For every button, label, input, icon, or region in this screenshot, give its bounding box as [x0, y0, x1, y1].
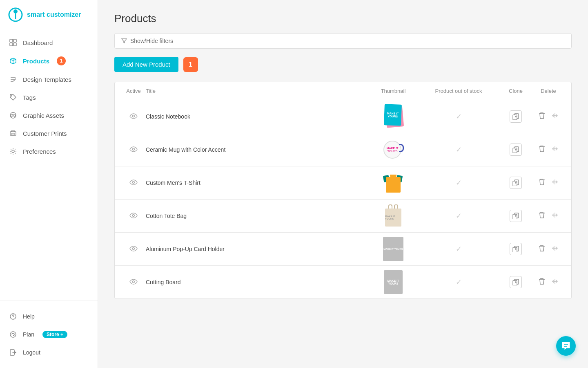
sidebar-item-help[interactable]: Help — [0, 307, 98, 325]
sidebar-item-label-graphic: Graphic Assets — [23, 112, 64, 119]
sidebar-item-preferences[interactable]: Preferences — [0, 142, 98, 160]
product-thumbnail — [381, 171, 405, 195]
delete-button[interactable] — [539, 278, 545, 287]
prints-icon — [9, 129, 17, 137]
clone-button[interactable] — [510, 110, 522, 123]
sidebar-item-graphic-assets[interactable]: Graphic Assets — [0, 106, 98, 124]
add-product-button[interactable]: Add New Product — [114, 57, 178, 72]
svg-rect-4 — [13, 39, 16, 42]
svg-rect-48 — [513, 280, 517, 285]
visibility-toggle[interactable] — [129, 146, 138, 154]
svg-rect-3 — [10, 39, 13, 42]
move-button[interactable] — [552, 112, 558, 121]
graphic-icon — [9, 111, 17, 119]
sidebar-item-customer-prints[interactable]: Customer Prints — [0, 124, 98, 142]
logo-text: smart customizer — [27, 11, 81, 18]
svg-rect-33 — [513, 181, 517, 186]
tags-icon — [9, 93, 17, 101]
product-thumbnail: MAKE IT YOURS — [381, 137, 405, 162]
sidebar-item-label-products: Products — [23, 58, 49, 65]
svg-rect-5 — [10, 43, 13, 46]
move-button[interactable] — [552, 245, 558, 253]
product-thumbnail: MAKE IT YOURS — [381, 270, 405, 294]
sidebar: smart customizer Dashboard — [0, 0, 98, 368]
svg-point-13 — [13, 114, 16, 117]
page-title: Products — [114, 12, 572, 25]
svg-point-36 — [133, 214, 135, 216]
sidebar-item-logout[interactable]: Logout — [0, 343, 98, 361]
svg-rect-43 — [513, 247, 517, 252]
help-icon — [9, 312, 17, 321]
product-thumbnail: MAKE IT YOURS — [381, 237, 405, 261]
table-row: Aluminum Pop-Up Card Holder MAKE IT YOUR… — [115, 233, 571, 266]
sidebar-item-design-templates[interactable]: Design Templates — [0, 70, 98, 88]
product-name: Cutting Board — [146, 279, 181, 285]
visibility-toggle[interactable] — [129, 245, 138, 254]
clone-button[interactable] — [510, 243, 522, 255]
svg-point-21 — [133, 115, 135, 117]
table-row: Custom Men's T-Shirt ✓ — [115, 166, 571, 200]
product-name: Aluminum Pop-Up Card Holder — [146, 246, 225, 252]
logo: smart customizer — [0, 0, 98, 29]
header-title: Title — [146, 88, 369, 94]
product-thumbnail: MAKE IT YOURS — [381, 104, 405, 129]
sidebar-item-dashboard[interactable]: Dashboard — [0, 34, 98, 52]
sidebar-item-plan[interactable]: Plan Store + — [0, 325, 98, 343]
header-thumbnail: Thumbnail — [369, 88, 418, 94]
table-row: Cotton Tote Bag MAKE IT YOURS ✓ — [115, 200, 571, 233]
filter-label: Show/Hide filters — [130, 38, 173, 44]
svg-rect-28 — [513, 148, 517, 153]
table-row: Cutting Board MAKE IT YOURS ✓ — [115, 266, 571, 298]
delete-button[interactable] — [539, 178, 545, 188]
clone-button[interactable] — [510, 276, 522, 288]
product-name: Classic Notebook — [146, 113, 190, 120]
clone-button[interactable] — [510, 144, 522, 156]
clone-button[interactable] — [510, 177, 522, 189]
toolbar: Add New Product 1 — [114, 57, 572, 72]
sidebar-item-label-dashboard: Dashboard — [23, 39, 53, 46]
filter-bar[interactable]: Show/Hide filters — [114, 33, 572, 49]
visibility-toggle[interactable] — [129, 278, 138, 287]
delete-button[interactable] — [539, 245, 545, 254]
chat-bubble[interactable] — [556, 336, 576, 356]
sidebar-item-label-prefs: Preferences — [23, 148, 56, 155]
delete-button[interactable] — [539, 211, 545, 221]
move-button[interactable] — [552, 278, 558, 286]
design-icon — [9, 75, 17, 83]
clone-button[interactable] — [510, 210, 522, 222]
visibility-toggle[interactable] — [129, 112, 138, 121]
logout-icon — [9, 348, 17, 357]
svg-rect-15 — [11, 133, 15, 135]
sidebar-nav: Dashboard Products 1 — [0, 29, 98, 301]
toolbar-badge[interactable]: 1 — [183, 57, 198, 72]
products-icon — [9, 57, 17, 65]
svg-point-26 — [133, 148, 135, 150]
delete-button[interactable] — [539, 145, 545, 155]
stock-check: ✓ — [456, 145, 462, 154]
product-name: Ceramic Mug with Color Accent — [146, 146, 225, 153]
filter-icon — [121, 38, 127, 44]
delete-button[interactable] — [539, 112, 545, 121]
svg-rect-38 — [513, 214, 517, 219]
header-active: Active — [121, 88, 146, 94]
move-button[interactable] — [552, 212, 558, 220]
svg-point-18 — [13, 318, 13, 319]
move-button[interactable] — [552, 179, 558, 187]
move-button[interactable] — [552, 146, 558, 154]
sidebar-bottom: Help Plan Store + Logout — [0, 301, 98, 368]
header-clone: Clone — [499, 88, 532, 94]
visibility-toggle[interactable] — [129, 212, 138, 220]
table-row: Classic Notebook MAKE IT YOURS ✓ — [115, 100, 571, 133]
svg-point-1 — [13, 9, 18, 13]
svg-point-10 — [11, 95, 12, 96]
stock-check: ✓ — [456, 278, 462, 287]
logo-icon — [8, 7, 23, 22]
header-stock: Product out of stock — [418, 88, 499, 94]
svg-point-12 — [11, 114, 13, 117]
visibility-toggle[interactable] — [129, 179, 138, 187]
sidebar-item-tags[interactable]: Tags — [0, 88, 98, 106]
stock-check: ✓ — [456, 245, 462, 254]
svg-point-46 — [133, 280, 135, 283]
sidebar-item-products[interactable]: Products 1 — [0, 52, 98, 70]
product-name: Custom Men's T-Shirt — [146, 180, 200, 186]
